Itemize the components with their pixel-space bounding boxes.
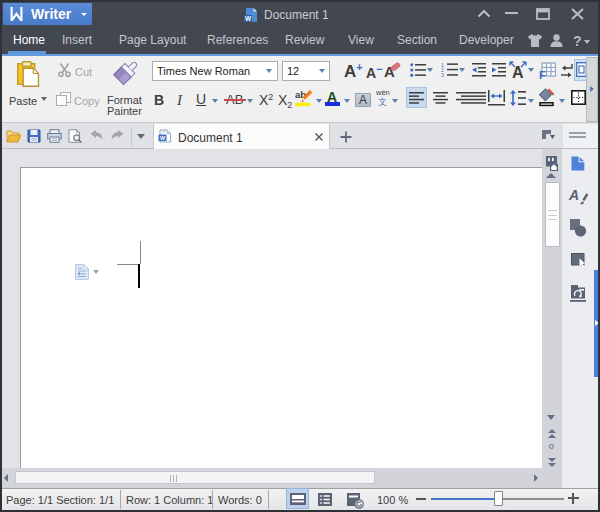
svg-text:wén: wén [376, 88, 390, 97]
svg-text:文: 文 [378, 97, 387, 107]
svg-text:F: F [539, 69, 546, 80]
svg-text:3: 3 [441, 72, 444, 77]
svg-text:W: W [160, 135, 166, 141]
svg-text:W: W [245, 15, 252, 22]
